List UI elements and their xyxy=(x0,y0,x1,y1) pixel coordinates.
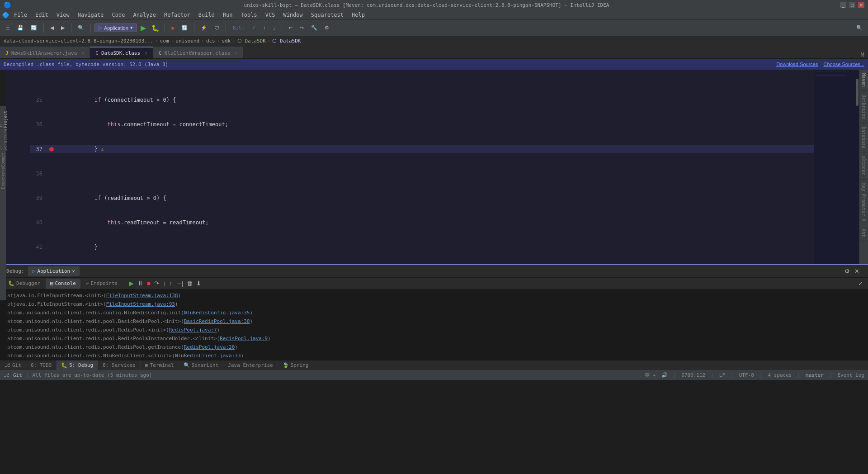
bottom-tab-terminal[interactable]: ▣ Terminal xyxy=(141,360,179,370)
panel-database[interactable]: Database xyxy=(860,123,868,152)
stack-link-5[interactable]: RedisPool.java:7 xyxy=(169,326,217,334)
debug-settings-btn[interactable]: ⚙ xyxy=(843,267,851,275)
debug-clear-btn[interactable]: 🗑 xyxy=(185,279,194,288)
left-tool-project[interactable]: 1: Project xyxy=(0,106,6,128)
menu-window[interactable]: Window xyxy=(279,11,306,19)
bottom-tab-javaenterprise[interactable]: Java Enterprise xyxy=(223,360,278,370)
toolbar-forward-btn[interactable]: ▶ xyxy=(58,23,67,33)
bc-com[interactable]: com xyxy=(160,38,169,44)
panel-axcoder[interactable]: aXcoder xyxy=(860,152,868,179)
debug-step-over-btn[interactable]: ↷ xyxy=(153,279,160,288)
debug-button[interactable]: 🐛 xyxy=(150,24,161,32)
status-position[interactable]: 6700:112 xyxy=(681,372,705,378)
debug-run-to-cursor-btn[interactable]: →| xyxy=(175,279,184,288)
bottom-tab-services[interactable]: 8: Services xyxy=(98,360,141,370)
panel-keypromoter[interactable]: Key Promoter X xyxy=(860,180,868,225)
tab-newsskillanswererjava[interactable]: J NewsSkillAnswerer.java ✕ xyxy=(0,47,90,58)
toolbar-sync-btn[interactable]: 🔄 xyxy=(28,23,40,33)
toolbar-menu-btn[interactable]: ☰ xyxy=(3,23,13,33)
download-sources-btn[interactable]: Download Sources xyxy=(776,62,818,67)
endpoints-tab[interactable]: ⇌ Endpoints xyxy=(81,279,122,289)
debug-stop-btn[interactable]: ■ xyxy=(146,279,152,288)
tab-close-datasdk[interactable]: ✕ xyxy=(145,51,147,56)
tab-scroll-right[interactable]: M xyxy=(859,51,866,58)
bottom-tab-sonar[interactable]: 🔍 SonarLint xyxy=(179,360,224,370)
tab-close-newsskill[interactable]: ✕ xyxy=(81,51,84,56)
tab-nluclientwrapperclass[interactable]: C NluClientWrapper.class ✕ xyxy=(153,47,243,58)
bc-sdk[interactable]: sdk xyxy=(222,38,231,44)
bc-dcs[interactable]: dcs xyxy=(206,38,215,44)
bc-datasdk-method[interactable]: ⬡ DataSDK xyxy=(272,38,301,44)
restore-btn[interactable]: □ xyxy=(849,2,855,8)
status-git-label[interactable]: Git xyxy=(13,372,22,378)
git-pull-btn[interactable]: ↓ xyxy=(270,23,278,33)
app-config-button[interactable]: ▷ Application ▾ xyxy=(94,24,137,32)
toolbar-coverage-btn[interactable]: 🛡 xyxy=(212,23,222,33)
panel-maven[interactable]: Maven xyxy=(860,70,868,91)
status-event-log[interactable]: Event Log xyxy=(837,372,864,378)
debug-close-btn[interactable]: ✕ xyxy=(853,267,861,275)
minimize-btn[interactable]: _ xyxy=(840,2,846,8)
git-check-btn[interactable]: ✓ xyxy=(249,23,259,33)
breakpoint-37[interactable] xyxy=(49,147,54,152)
console-tab[interactable]: ▤ Console xyxy=(46,279,80,289)
bottom-tab-debug[interactable]: 🐛 5: Debug xyxy=(57,360,98,370)
code-area[interactable]: 35 if (connectTimeout > 0) { 36 this.con… xyxy=(30,70,814,264)
toolbar-redo-btn[interactable]: ↪ xyxy=(297,23,307,33)
left-tool-structure[interactable]: 2: Structure xyxy=(0,128,6,151)
menu-run[interactable]: Run xyxy=(219,11,236,19)
debug-content[interactable]: at java.io.FileInputStream.<init>(FileIn… xyxy=(0,289,868,360)
stack-link-8[interactable]: NluRedisClient.java:33 xyxy=(175,352,241,360)
stack-link-6[interactable]: RedisPool.java:9 xyxy=(220,335,268,342)
menu-view[interactable]: View xyxy=(53,11,73,19)
menu-build[interactable]: Build xyxy=(195,11,218,19)
panel-jetbrains[interactable]: Jetbrains xyxy=(860,91,868,123)
panel-ant[interactable]: Ant xyxy=(860,225,868,241)
bottom-tab-spring[interactable]: 🍃 Spring xyxy=(278,360,314,370)
stack-link-4[interactable]: BasicRedisPool.java:30 xyxy=(184,318,250,325)
toolbar-save-btn[interactable]: 💾 xyxy=(14,23,26,33)
debug-resume-btn[interactable]: ▶ xyxy=(128,279,135,288)
close-btn[interactable]: ✕ xyxy=(858,2,864,8)
choose-sources-btn[interactable]: Choose Sources... xyxy=(824,62,865,67)
menu-refactor[interactable]: Refactor xyxy=(160,11,194,19)
left-tool-bookmarks[interactable]: Bookmarks xyxy=(0,169,6,187)
menu-tools[interactable]: Tools xyxy=(237,11,261,19)
debug-step-out-btn[interactable]: ↑ xyxy=(168,279,174,288)
toolbar-find-btn[interactable]: 🔍 xyxy=(75,23,87,33)
tab-close-nluclient[interactable]: ✕ xyxy=(235,51,237,56)
menu-code[interactable]: Code xyxy=(108,11,129,19)
menu-help[interactable]: Help xyxy=(348,11,368,19)
toolbar-reload-btn[interactable]: 🔃 xyxy=(179,23,190,33)
debug-step-into-btn[interactable]: ↓ xyxy=(161,279,167,288)
stack-link-2[interactable]: FileInputStream.java:93 xyxy=(106,300,175,308)
git-arrow-btn[interactable]: ↑ xyxy=(260,23,269,33)
stack-link-1[interactable]: FileInputStream.java:138 xyxy=(106,292,178,299)
status-master[interactable]: master xyxy=(806,372,824,378)
left-tool-commit[interactable]: Commit xyxy=(0,151,6,169)
tab-datasdkclass[interactable]: C DataSDK.class ✕ xyxy=(90,47,153,58)
debug-pause-btn[interactable]: ⏸ xyxy=(136,279,145,288)
toolbar-settings-btn[interactable]: ⚙ xyxy=(322,23,332,33)
toolbar-back-btn[interactable]: ◀ xyxy=(47,23,57,33)
menu-navigate[interactable]: Navigate xyxy=(74,11,108,19)
status-indent[interactable]: 4 spaces xyxy=(768,372,792,378)
debug-app-close[interactable]: ✕ xyxy=(72,268,75,274)
run-button[interactable]: ▶ xyxy=(139,24,148,32)
toolbar-wrench-btn[interactable]: 🔧 xyxy=(308,23,320,33)
status-lf[interactable]: LF xyxy=(719,372,725,378)
menu-edit[interactable]: Edit xyxy=(32,11,52,19)
bc-datasdk-class[interactable]: ⬡ DataSDK xyxy=(237,38,266,44)
bc-project[interactable]: data-cloud-service-client-2.8.8-pingan-2… xyxy=(4,38,153,44)
menu-vcs[interactable]: VCS xyxy=(262,11,279,19)
toolbar-stop-btn[interactable]: ■ xyxy=(169,23,177,33)
menu-file[interactable]: File xyxy=(10,11,31,19)
bottom-tab-git[interactable]: ⎇ Git xyxy=(0,360,26,370)
status-encoding[interactable]: UTF-8 xyxy=(739,372,754,378)
debug-scroll-btn[interactable]: ⬇ xyxy=(195,279,203,288)
toolbar-search-all-btn[interactable]: 🔍 xyxy=(854,23,865,33)
debugger-tab[interactable]: 🐛 Debugger xyxy=(4,279,45,289)
stack-link-3[interactable]: NluRedisConfig.java:35 xyxy=(184,309,250,317)
stack-link-7[interactable]: RedisPool.java:20 xyxy=(184,343,235,351)
debug-expand-btn[interactable]: ⤢ xyxy=(857,279,864,288)
